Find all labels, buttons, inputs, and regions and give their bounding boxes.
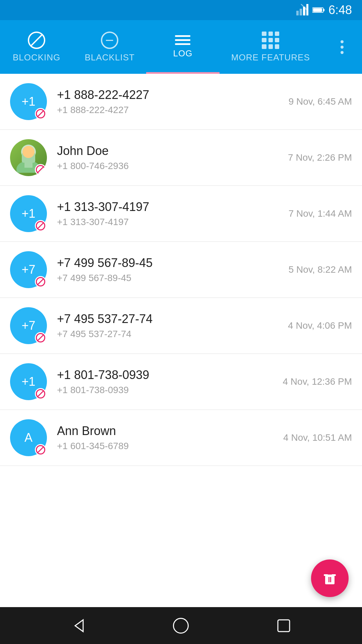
blocking-icon <box>28 32 45 49</box>
call-name: Ann Brown <box>57 424 277 438</box>
svg-rect-17 <box>328 577 329 582</box>
list-item[interactable]: +1 +1 801-738-0939 +1 801-738-0939 4 Nov… <box>0 354 362 410</box>
svg-rect-12 <box>24 161 33 168</box>
nav-item-more-features[interactable]: MORE FEATURES <box>220 20 322 74</box>
call-number: +1 601-345-6789 <box>57 441 277 451</box>
call-info: Ann Brown +1 601-345-6789 <box>57 424 277 451</box>
call-number: +1 801-738-0939 <box>57 385 276 395</box>
more-options-icon <box>341 40 344 54</box>
call-number: +1 888-222-4227 <box>57 105 282 115</box>
trash-icon <box>321 570 339 587</box>
list-item[interactable]: +1 +1 888-222-4227 +1 888-222-4227 9 Nov… <box>0 74 362 130</box>
call-time: 7 Nov, 2:26 PM <box>288 152 352 163</box>
list-item[interactable]: John Doe +1 800-746-2936 7 Nov, 2:26 PM <box>0 130 362 186</box>
call-info: +7 499 567-89-45 +7 499 567-89-45 <box>57 256 282 283</box>
svg-rect-13 <box>325 576 335 584</box>
nav-label-more-features: MORE FEATURES <box>231 52 310 63</box>
list-item[interactable]: +7 +7 499 567-89-45 +7 499 567-89-45 5 N… <box>0 242 362 298</box>
home-icon <box>172 616 190 635</box>
battery-icon <box>312 4 324 16</box>
svg-marker-19 <box>75 620 83 632</box>
svg-rect-21 <box>278 620 290 632</box>
blocked-icon <box>36 333 45 342</box>
block-badge <box>35 388 46 399</box>
call-time: 5 Nov, 8:22 AM <box>289 264 352 275</box>
blocked-icon <box>36 221 45 230</box>
status-time: 6:48 <box>328 3 352 17</box>
svg-point-11 <box>22 146 35 158</box>
list-item[interactable]: +1 +1 313-307-4197 +1 313-307-4197 7 Nov… <box>0 186 362 242</box>
nav-label-log: LOG <box>173 48 193 59</box>
blocked-icon <box>36 389 45 398</box>
blocked-icon <box>36 445 45 454</box>
nav-label-blacklist: BLACKLIST <box>85 52 135 63</box>
svg-rect-16 <box>327 572 332 575</box>
list-item[interactable]: +7 +7 495 537-27-74 +7 495 537-27-74 4 N… <box>0 298 362 354</box>
call-info: +1 801-738-0939 +1 801-738-0939 <box>57 368 276 395</box>
block-badge <box>35 164 46 175</box>
avatar <box>10 139 47 176</box>
call-time: 9 Nov, 6:45 AM <box>289 96 352 107</box>
call-info: +7 495 537-27-74 +7 495 537-27-74 <box>57 312 281 339</box>
call-name: +1 313-307-4197 <box>57 200 282 214</box>
block-badge <box>35 108 46 119</box>
svg-point-20 <box>174 618 188 633</box>
block-badge <box>35 332 46 343</box>
call-name: +1 888-222-4227 <box>57 88 282 102</box>
nav-item-log[interactable]: LOG <box>146 20 219 74</box>
svg-rect-18 <box>330 577 331 582</box>
call-number: +7 499 567-89-45 <box>57 273 282 283</box>
call-name: John Doe <box>57 144 281 158</box>
signal-icon <box>296 4 308 16</box>
delete-fab-button[interactable] <box>311 559 349 597</box>
block-badge <box>35 444 46 455</box>
blacklist-icon: − <box>101 32 118 49</box>
call-number: +7 495 537-27-74 <box>57 329 281 339</box>
back-button[interactable] <box>66 614 90 637</box>
blocked-icon <box>36 277 45 286</box>
recents-icon <box>275 616 293 635</box>
call-number: +1 800-746-2936 <box>57 161 281 171</box>
recents-button[interactable] <box>272 614 296 637</box>
svg-rect-0 <box>296 11 299 15</box>
svg-rect-1 <box>300 9 302 15</box>
call-name: +7 499 567-89-45 <box>57 256 282 270</box>
bottom-navigation <box>0 607 362 644</box>
call-time: 4 Nov, 12:36 PM <box>283 376 352 387</box>
top-navigation: BLOCKING − BLACKLIST LOG MORE FEATURES <box>0 20 362 74</box>
svg-rect-6 <box>323 9 324 11</box>
call-info: +1 888-222-4227 +1 888-222-4227 <box>57 88 282 115</box>
blocked-icon <box>36 165 45 174</box>
list-item[interactable]: A Ann Brown +1 601-345-6789 4 Nov, 10:51… <box>0 410 362 466</box>
call-log-list: +1 +1 888-222-4227 +1 888-222-4227 9 Nov… <box>0 74 362 607</box>
status-bar: 6:48 <box>0 0 362 20</box>
svg-rect-7 <box>313 8 322 12</box>
nav-label-blocking: BLOCKING <box>13 52 60 63</box>
call-name: +7 495 537-27-74 <box>57 312 281 326</box>
call-name: +1 801-738-0939 <box>57 368 276 382</box>
avatar: +7 <box>10 307 47 344</box>
call-time: 4 Nov, 10:51 AM <box>283 432 352 443</box>
nav-item-blocking[interactable]: BLOCKING <box>0 20 73 74</box>
status-icons: 6:48 <box>296 3 352 17</box>
blocked-icon <box>36 109 45 118</box>
more-features-icon <box>262 32 279 49</box>
avatar: +1 <box>10 195 47 232</box>
call-info: John Doe +1 800-746-2936 <box>57 144 281 171</box>
nav-item-blacklist[interactable]: − BLACKLIST <box>73 20 146 74</box>
nav-more-options[interactable] <box>322 20 362 74</box>
call-time: 4 Nov, 4:06 PM <box>288 320 352 331</box>
avatar: A <box>10 419 47 456</box>
back-icon <box>69 616 87 635</box>
call-time: 7 Nov, 1:44 AM <box>289 208 352 219</box>
avatar: +1 <box>10 363 47 400</box>
avatar: +7 <box>10 251 47 288</box>
fab-container <box>311 559 349 597</box>
block-badge <box>35 220 46 231</box>
block-badge <box>35 276 46 287</box>
log-icon <box>175 35 190 45</box>
home-button[interactable] <box>169 614 193 637</box>
call-number: +1 313-307-4197 <box>57 217 282 227</box>
call-info: +1 313-307-4197 +1 313-307-4197 <box>57 200 282 227</box>
avatar: +1 <box>10 83 47 120</box>
